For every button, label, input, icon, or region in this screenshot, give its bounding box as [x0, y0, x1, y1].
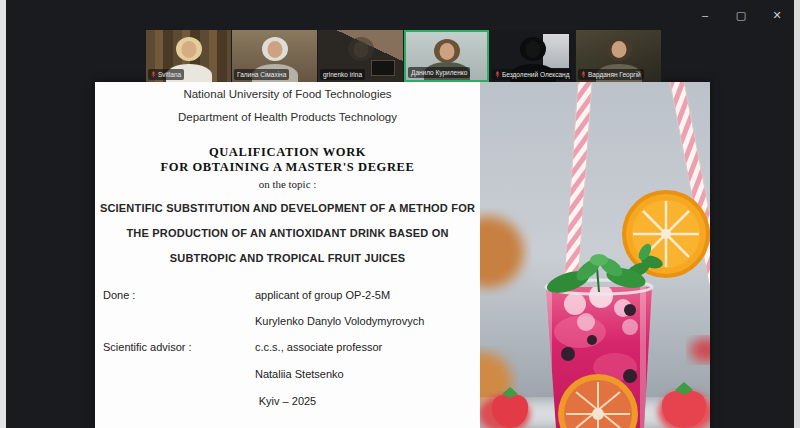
smoothie-glass	[546, 280, 652, 428]
title-slide-text: National University of Food Technologies…	[95, 82, 480, 428]
close-icon[interactable]: ✕	[766, 6, 788, 24]
participant-name-tag: Варданян Георгій	[578, 69, 644, 80]
participant-name-tag: Svitlana	[148, 69, 184, 80]
advisor-label: Scientific advisor :	[103, 341, 192, 353]
video-tile-halyna-simakhina[interactable]: Галина Сімахіна	[232, 30, 317, 82]
advisor-value-name: Nataliia Stetsenko	[255, 368, 344, 380]
participant-filmstrip: Svitlana Галина Сімахіна grinenko irina	[146, 30, 661, 82]
video-tile-bezdolenyi-oleksandr[interactable]: Бездолений Олександ	[490, 30, 575, 82]
participant-name-tag: grinenko irina	[320, 69, 365, 80]
participant-name-tag: Данило Куриленко	[408, 67, 470, 78]
scene-accent-window	[543, 34, 569, 68]
work-type-heading: QUALIFICATION WORK FOR OBTAINING A MASTE…	[95, 145, 480, 175]
participant-name-tag: Бездолений Олександ	[492, 69, 572, 80]
video-tile-grinenko-irina[interactable]: grinenko irina	[318, 30, 403, 82]
antioxidant-drink-photo	[480, 82, 710, 428]
done-value-group: applicant of group OP-2-5M	[255, 289, 390, 301]
slide-footer: Kyiv – 2025	[95, 395, 480, 407]
topic-title-line: THE PRODUCTION OF AN ANTIOXIDANT DRINK B…	[95, 227, 480, 239]
topic-label: on the topic :	[95, 178, 480, 190]
topic-title-line: SUBTROPIC AND TROPICAL FRUIT JUICES	[95, 252, 480, 264]
video-tile-vardanian-heorhii[interactable]: Варданян Георгій	[576, 30, 661, 82]
participant-name-tag: Галина Сімахіна	[234, 69, 289, 80]
muted-mic-icon	[581, 71, 586, 78]
maximize-icon[interactable]: ▢	[730, 6, 752, 24]
muted-mic-icon	[495, 71, 500, 78]
done-label: Done :	[103, 289, 135, 301]
scene-accent	[371, 60, 395, 76]
desktop-edge-right	[794, 0, 800, 428]
topic-title-line: SCIENTIFIC SUBSTITUTION AND DEVELOPMENT …	[95, 202, 480, 214]
drink-illustration	[480, 82, 710, 428]
video-tile-svitlana[interactable]: Svitlana	[146, 30, 231, 82]
video-tile-danylo-kurylenko[interactable]: Данило Куриленко	[404, 30, 489, 82]
meeting-window: – ▢ ✕ Svitlana Галина Сімахіна	[0, 0, 800, 428]
window-controls: – ▢ ✕	[694, 6, 788, 24]
department-name: Department of Health Products Technology	[95, 111, 480, 123]
advisor-value-title: c.c.s., associate professor	[255, 341, 382, 353]
muted-mic-icon	[151, 71, 156, 78]
done-value-name: Kurylenko Danylo Volodymyrovych	[255, 315, 424, 327]
university-name: National University of Food Technologies	[95, 88, 480, 100]
desktop-edge-left	[0, 0, 6, 428]
minimize-icon[interactable]: –	[694, 6, 716, 24]
shared-screen-slide: National University of Food Technologies…	[95, 82, 710, 428]
